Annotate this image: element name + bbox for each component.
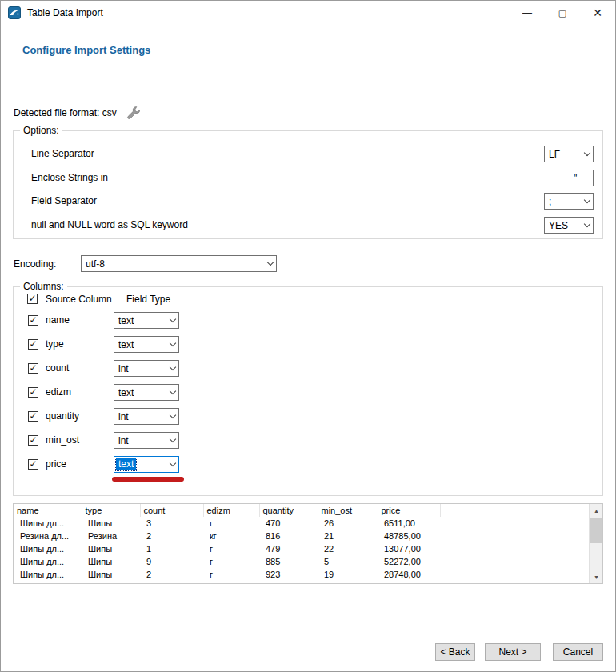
column-checkbox-edizm[interactable]: ✓ — [28, 387, 38, 398]
null-keyword-select[interactable]: YES — [544, 217, 594, 234]
table-row[interactable]: Шипы дл...Шипы 1г 47922 13077,00 — [14, 542, 590, 555]
minimize-button[interactable]: — — [510, 1, 545, 25]
encoding-label: Encoding: — [14, 258, 56, 270]
table-row[interactable]: Шипы дл...Шипы 2г 92319 28748,00 — [14, 568, 590, 581]
column-checkbox-price[interactable]: ✓ — [28, 459, 38, 470]
preview-header-filler — [440, 504, 590, 517]
preview-header[interactable]: price — [378, 504, 440, 517]
chevron-down-icon — [581, 146, 593, 162]
field-type-header: Field Type — [126, 294, 170, 305]
line-separator-label: Line Separator — [31, 148, 94, 159]
chevron-down-icon — [166, 361, 178, 376]
field-separator-select[interactable]: ; — [544, 193, 594, 210]
next-button[interactable]: Next > — [485, 643, 541, 661]
table-row[interactable]: Резина дл...Резина 2кг 81621 48785,00 — [14, 530, 590, 542]
preview-header-row: name type count edizm quantity min_ost p… — [14, 504, 590, 517]
preview-header[interactable]: name — [14, 504, 82, 517]
source-column-header: Source Column — [46, 294, 112, 305]
column-checkbox-min-ost[interactable]: ✓ — [28, 435, 38, 446]
column-checkbox-name[interactable]: ✓ — [28, 315, 38, 326]
enclose-strings-input[interactable] — [570, 170, 594, 186]
field-type-select-type[interactable]: text — [114, 336, 179, 353]
field-type-select-min-ost[interactable]: int — [114, 432, 179, 449]
scroll-up-icon[interactable]: ▲ — [590, 504, 603, 517]
preview-header[interactable]: count — [140, 504, 203, 517]
chevron-down-icon — [264, 256, 276, 271]
field-type-select-name[interactable]: text — [114, 312, 179, 329]
table-row[interactable]: Шипы дл...Шипы 9г 8855 52272,00 — [14, 555, 590, 568]
table-row[interactable]: Шипы дл...Шипы 3г 47026 6511,00 — [14, 517, 590, 530]
window-controls: — ▢ ✕ — [510, 1, 615, 25]
chevron-down-icon — [166, 433, 178, 448]
options-legend: Options: — [20, 125, 62, 136]
close-button[interactable]: ✕ — [580, 1, 615, 25]
preview-header[interactable]: edizm — [203, 504, 259, 517]
preview-table: name type count edizm quantity min_ost p… — [13, 503, 603, 584]
field-separator-label: Field Separator — [31, 195, 97, 206]
preview-header[interactable]: type — [82, 504, 140, 517]
chevron-down-icon — [166, 457, 178, 472]
window-title: Table Data Import — [27, 7, 510, 18]
preview-header[interactable]: min_ost — [318, 504, 378, 517]
enclose-strings-label: Enclose Strings in — [31, 172, 108, 183]
chevron-down-icon — [166, 337, 178, 352]
wrench-icon[interactable] — [126, 106, 140, 119]
column-checkbox-quantity[interactable]: ✓ — [28, 411, 38, 422]
field-type-select-quantity[interactable]: int — [114, 408, 179, 425]
titlebar: Table Data Import — ▢ ✕ — [1, 1, 615, 25]
cancel-button[interactable]: Cancel — [553, 643, 603, 661]
field-type-select-count[interactable]: int — [114, 360, 179, 377]
field-type-select-price[interactable]: text — [114, 456, 179, 473]
table-data-import-window: Table Data Import — ▢ ✕ Configure Import… — [0, 0, 616, 672]
column-label-edizm: edizm — [46, 386, 71, 398]
columns-group: Columns: ✓ Source Column Field Type ✓ na… — [13, 286, 603, 496]
detected-file-format: Detected file format: csv — [14, 106, 140, 119]
column-label-quantity: quantity — [46, 410, 79, 422]
null-keyword-label: null and NULL word as SQL keyword — [31, 219, 188, 230]
column-label-min-ost: min_ost — [46, 434, 79, 446]
column-label-name: name — [46, 314, 70, 326]
vertical-scrollbar[interactable]: ▲ ▼ — [589, 504, 602, 583]
field-type-select-edizm[interactable]: text — [114, 384, 179, 401]
dialog-content: Configure Import Settings Detected file … — [1, 25, 615, 671]
scroll-down-icon[interactable]: ▼ — [590, 570, 603, 583]
preview-grid: name type count edizm quantity min_ost p… — [14, 504, 591, 581]
chevron-down-icon — [166, 409, 178, 424]
chevron-down-icon — [166, 313, 178, 328]
column-label-type: type — [46, 338, 64, 350]
column-checkbox-count[interactable]: ✓ — [28, 363, 38, 374]
scrollbar-thumb[interactable] — [590, 518, 602, 543]
columns-legend: Columns: — [20, 281, 67, 292]
select-all-columns-checkbox[interactable]: ✓ — [27, 294, 38, 304]
preview-header[interactable]: quantity — [259, 504, 318, 517]
column-label-price: price — [46, 458, 66, 470]
detected-file-format-label: Detected file format: csv — [14, 107, 117, 118]
app-icon — [8, 6, 21, 19]
chevron-down-icon — [581, 194, 593, 209]
chevron-down-icon — [166, 385, 178, 400]
maximize-button[interactable]: ▢ — [545, 1, 580, 25]
column-label-count: count — [46, 362, 69, 374]
options-group: Options: Line Separator LF Enclose Strin… — [13, 130, 603, 239]
column-checkbox-type[interactable]: ✓ — [28, 339, 38, 350]
encoding-select[interactable]: utf-8 — [81, 255, 277, 272]
chevron-down-icon — [581, 218, 593, 233]
line-separator-select[interactable]: LF — [544, 146, 594, 162]
page-title: Configure Import Settings — [22, 44, 150, 56]
highlight-marker — [112, 477, 184, 482]
back-button[interactable]: < Back — [435, 643, 475, 661]
